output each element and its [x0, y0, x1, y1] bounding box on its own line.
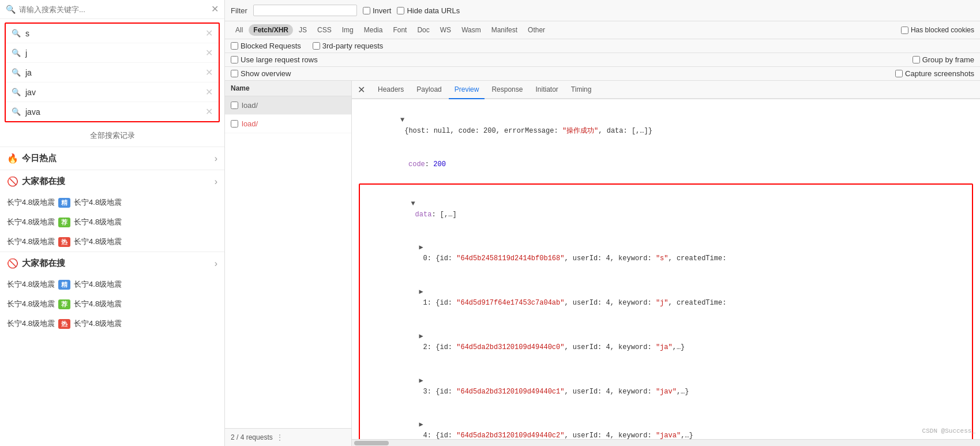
blocked-requests-wrap[interactable]: Blocked Requests — [231, 42, 301, 50]
tab-payload[interactable]: Payload — [411, 81, 447, 99]
badge-jing2: 精 — [58, 280, 70, 290]
history-item-text: jav — [25, 88, 205, 97]
detail-tabs: ✕ Headers Payload Preview Response Initi… — [352, 81, 980, 99]
tab-font[interactable]: Font — [388, 24, 411, 36]
invert-checkbox[interactable] — [363, 7, 370, 14]
json-item4-rest: , userId: 4, keyword: — [564, 432, 655, 439]
history-search-icon: 🔍 — [12, 68, 21, 77]
delete-icon[interactable]: ✕ — [205, 87, 213, 98]
chevron-right-icon: › — [215, 153, 217, 164]
tab-manifest[interactable]: Manifest — [487, 24, 522, 36]
tab-timing[interactable]: Timing — [565, 81, 598, 99]
scroll-area[interactable] — [352, 439, 980, 446]
resize-handle[interactable]: ⋮ — [276, 433, 283, 441]
scroll-thumb[interactable] — [354, 441, 389, 445]
request-name2: load/ — [242, 119, 258, 128]
badge-jing: 精 — [58, 198, 70, 208]
json-root-data: , data: [,…]} — [598, 127, 652, 135]
search-icon: 🔍 — [6, 5, 16, 14]
tab-preview[interactable]: Preview — [449, 81, 485, 99]
request-checkbox2[interactable] — [231, 120, 238, 128]
json-ct3: ,…} — [677, 388, 689, 396]
item-text2: 长宁4.8级地震 — [74, 279, 122, 290]
expand-item4[interactable]: ▶ — [419, 421, 423, 429]
expand-arrow[interactable]: ▼ — [400, 116, 404, 124]
item-text2: 长宁4.8级地震 — [74, 237, 122, 247]
list-item[interactable]: 🔍 jav ✕ — [6, 83, 219, 102]
ban-icon2: 🚫 — [7, 258, 18, 269]
tab-fetch-xhr[interactable]: Fetch/XHR — [249, 24, 293, 36]
group-by-frame-wrap[interactable]: Group by frame — [913, 55, 974, 64]
filter-input[interactable] — [253, 5, 357, 16]
expand-item2[interactable]: ▶ — [419, 332, 423, 340]
expand-item0[interactable]: ▶ — [419, 243, 423, 252]
list-item[interactable]: 长宁4.8级地震 精 长宁4.8级地震 — [0, 193, 224, 212]
show-overview-checkbox[interactable] — [231, 70, 238, 77]
delete-icon[interactable]: ✕ — [205, 28, 213, 39]
large-rows-checkbox[interactable] — [231, 56, 238, 63]
third-party-label: 3rd-party requests — [322, 42, 384, 50]
tab-headers[interactable]: Headers — [372, 81, 410, 99]
close-icon[interactable]: ✕ — [211, 5, 219, 14]
list-item[interactable]: 长宁4.8级地震 热 长宁4.8级地震 — [0, 232, 224, 252]
third-party-wrap[interactable]: 3rd-party requests — [313, 42, 384, 50]
list-item[interactable]: 🔍 java ✕ — [6, 102, 219, 121]
hide-data-urls-wrap[interactable]: Hide data URLs — [397, 6, 460, 15]
tab-all[interactable]: All — [231, 24, 247, 36]
tab-ws[interactable]: WS — [435, 24, 456, 36]
search-input[interactable] — [19, 5, 211, 14]
list-item[interactable]: 🔍 j ✕ — [6, 43, 219, 63]
history-search-icon: 🔍 — [12, 88, 21, 96]
group-by-frame-label: Group by frame — [922, 55, 974, 64]
tab-media[interactable]: Media — [359, 24, 388, 36]
json-item4-text: 4: {id: — [419, 432, 456, 439]
json-item3-rest: , userId: 4, keyword: — [564, 388, 655, 396]
tab-initiator[interactable]: Initiator — [530, 81, 564, 99]
close-detail-button[interactable]: ✕ — [358, 84, 365, 95]
expand-item3[interactable]: ▶ — [419, 377, 423, 385]
json-item2-rest: , userId: 4, keyword: — [564, 343, 655, 351]
tab-other[interactable]: Other — [523, 24, 550, 36]
tab-css[interactable]: CSS — [313, 24, 336, 36]
has-blocked-cookies-wrap[interactable]: Has blocked cookies — [901, 26, 974, 34]
json-colon1: : — [425, 160, 433, 168]
requests-header: Name — [225, 81, 351, 96]
watermark: CSDN @Success_ — [922, 426, 975, 437]
blocked-requests-checkbox[interactable] — [231, 42, 238, 50]
delete-icon[interactable]: ✕ — [205, 106, 213, 117]
tab-wasm[interactable]: Wasm — [457, 24, 486, 36]
json-item3-text: 3: {id: — [419, 388, 456, 396]
table-row[interactable]: load/ — [225, 115, 351, 133]
expand-data-arrow[interactable]: ▼ — [411, 200, 415, 208]
tab-img[interactable]: Img — [337, 24, 358, 36]
table-row[interactable]: load/ — [225, 96, 351, 115]
item-text1: 长宁4.8级地震 — [7, 299, 55, 309]
ban-icon: 🚫 — [7, 176, 18, 187]
list-item[interactable]: 🔍 ja ✕ — [6, 63, 219, 83]
list-item[interactable]: 🔍 s ✕ — [6, 24, 219, 43]
large-rows-wrap[interactable]: Use large request rows — [231, 55, 318, 64]
delete-icon[interactable]: ✕ — [205, 47, 213, 58]
capture-screenshots-wrap[interactable]: Capture screenshots — [895, 69, 974, 78]
request-checkbox[interactable] — [231, 102, 238, 109]
delete-icon[interactable]: ✕ — [205, 67, 213, 78]
tab-response[interactable]: Response — [486, 81, 528, 99]
json-id0: "64d5b2458119d2414bf0b168" — [456, 254, 564, 263]
all-history-link[interactable]: 全部搜索记录 — [0, 126, 224, 147]
list-item[interactable]: 长宁4.8级地震 荐 长宁4.8级地震 — [0, 212, 224, 232]
list-item[interactable]: 长宁4.8级地震 荐 长宁4.8级地震 — [0, 294, 224, 314]
third-party-checkbox[interactable] — [313, 42, 320, 50]
has-blocked-cookies-checkbox[interactable] — [901, 27, 908, 34]
show-overview-wrap[interactable]: Show overview — [231, 69, 291, 78]
invert-checkbox-wrap[interactable]: Invert — [363, 6, 392, 15]
tab-js[interactable]: JS — [294, 24, 311, 36]
hide-data-urls-checkbox[interactable] — [397, 7, 404, 14]
list-item[interactable]: 长宁4.8级地震 热 长宁4.8级地震 — [0, 314, 224, 333]
json-item3: ▶ 3: {id: "64d5da2bd3120109d49440c1", us… — [361, 364, 971, 408]
capture-screenshots-checkbox[interactable] — [895, 70, 903, 77]
tab-doc[interactable]: Doc — [412, 24, 434, 36]
json-root-text: {host: null, code: 200, errorMessage: — [400, 127, 562, 135]
list-item[interactable]: 长宁4.8级地震 精 长宁4.8级地震 — [0, 275, 224, 294]
group-by-frame-checkbox[interactable] — [913, 56, 920, 63]
expand-item1[interactable]: ▶ — [419, 288, 423, 296]
